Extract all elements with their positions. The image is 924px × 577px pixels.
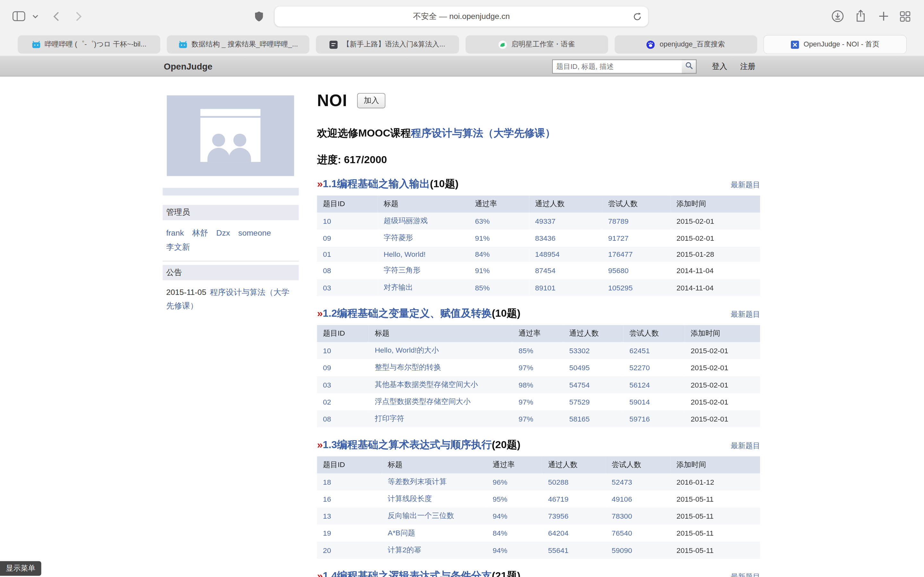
section-title-link[interactable]: 1.3编程基础之算术表达式与顺序执行: [323, 438, 492, 450]
join-button[interactable]: 加入: [357, 93, 386, 108]
cell-problem-id[interactable]: 03: [323, 380, 331, 389]
privacy-shield-icon[interactable]: [254, 11, 263, 22]
cell-pass-count[interactable]: 87454: [535, 266, 556, 275]
login-link[interactable]: 登入: [712, 56, 727, 76]
latest-problems-link[interactable]: 最新题目: [731, 180, 760, 190]
cell-title-link[interactable]: 其他基本数据类型存储空间大小: [375, 380, 478, 389]
share-icon[interactable]: [856, 9, 866, 22]
cell-problem-id[interactable]: 08: [323, 415, 331, 423]
browser-tab-active[interactable]: OpenJudge - NOI - 首页: [764, 35, 906, 53]
cell-title-link[interactable]: 浮点型数据类型存储空间大小: [375, 398, 470, 406]
cell-title-link[interactable]: Hello, World!: [384, 250, 426, 259]
cell-pass-rate[interactable]: 94%: [493, 512, 507, 520]
cell-title-link[interactable]: Hello, World!的大小: [375, 346, 439, 355]
admin-link[interactable]: frank: [166, 226, 184, 239]
tab-overview-icon[interactable]: [900, 11, 911, 22]
browser-tab[interactable]: openjudge_百度搜索: [614, 35, 757, 53]
cell-pass-count[interactable]: 49337: [535, 217, 556, 226]
cell-title-link[interactable]: 计算2的幂: [388, 546, 422, 554]
cell-problem-id[interactable]: 08: [323, 266, 331, 275]
cell-pass-count[interactable]: 57529: [569, 398, 590, 406]
latest-problems-link[interactable]: 最新题目: [731, 309, 760, 319]
cell-pass-count[interactable]: 50495: [569, 364, 590, 372]
browser-tab[interactable]: 启明星工作室・语雀: [465, 35, 608, 53]
cell-pass-count[interactable]: 73956: [548, 512, 569, 520]
cell-problem-id[interactable]: 01: [323, 250, 331, 259]
register-link[interactable]: 注册: [740, 56, 756, 76]
latest-problems-link[interactable]: 最新题目: [731, 441, 760, 451]
browser-tab[interactable]: 【新手上路】语法入门&算法入...: [316, 35, 459, 53]
cell-problem-id[interactable]: 18: [323, 478, 331, 486]
cell-pass-count[interactable]: 64204: [548, 529, 569, 537]
cell-attempt-count[interactable]: 59716: [630, 415, 650, 423]
cell-problem-id[interactable]: 10: [323, 347, 331, 355]
cell-problem-id[interactable]: 20: [323, 546, 331, 554]
cell-title-link[interactable]: 对齐输出: [384, 283, 413, 292]
cell-attempt-count[interactable]: 78300: [612, 512, 632, 520]
cell-problem-id[interactable]: 10: [323, 217, 331, 226]
cell-problem-id[interactable]: 02: [323, 398, 331, 406]
section-title-link[interactable]: 1.1编程基础之输入输出: [323, 178, 430, 190]
cell-pass-rate[interactable]: 96%: [493, 478, 507, 486]
cell-problem-id[interactable]: 09: [323, 364, 331, 372]
cell-title-link[interactable]: A*B问题: [388, 529, 415, 537]
cell-title-link[interactable]: 超级玛丽游戏: [384, 217, 428, 225]
admin-link[interactable]: Dzx: [216, 226, 230, 239]
cell-pass-count[interactable]: 148954: [535, 250, 560, 259]
cell-title-link[interactable]: 字符菱形: [384, 234, 413, 242]
cell-pass-rate[interactable]: 97%: [519, 415, 533, 423]
cell-pass-count[interactable]: 89101: [535, 284, 556, 292]
search-input[interactable]: [552, 60, 685, 74]
cell-pass-rate[interactable]: 84%: [493, 529, 507, 537]
cell-attempt-count[interactable]: 76540: [612, 529, 632, 537]
address-bar[interactable]: 不安全 — noi.openjudge.cn: [275, 6, 648, 26]
admin-link[interactable]: someone: [238, 226, 271, 239]
cell-pass-count[interactable]: 54754: [569, 380, 590, 389]
cell-title-link[interactable]: 反向输出一个三位数: [388, 512, 454, 520]
chevron-down-icon[interactable]: [32, 15, 38, 18]
sidebar-toggle-icon[interactable]: [13, 11, 25, 21]
cell-attempt-count[interactable]: 105295: [608, 284, 633, 292]
cell-pass-rate[interactable]: 85%: [475, 284, 489, 292]
browser-tab[interactable]: 哔哩哔哩 (゜-゜)つロ 干杯~-bil...: [18, 35, 160, 53]
cell-pass-rate[interactable]: 91%: [475, 266, 489, 275]
cell-pass-rate[interactable]: 85%: [519, 347, 533, 355]
cell-pass-rate[interactable]: 97%: [519, 364, 533, 372]
cell-pass-count[interactable]: 83436: [535, 234, 556, 242]
cell-pass-rate[interactable]: 94%: [493, 546, 507, 554]
cell-attempt-count[interactable]: 176477: [608, 250, 633, 259]
cell-pass-rate[interactable]: 98%: [519, 380, 533, 389]
cell-attempt-count[interactable]: 78789: [608, 217, 629, 226]
cell-problem-id[interactable]: 13: [323, 512, 331, 520]
browser-tab[interactable]: 数据结构 _ 搜索结果_哔哩哔哩_...: [167, 35, 310, 53]
cell-pass-rate[interactable]: 91%: [475, 234, 489, 242]
cell-pass-rate[interactable]: 63%: [475, 217, 489, 226]
cell-problem-id[interactable]: 03: [323, 284, 331, 292]
new-tab-icon[interactable]: [879, 11, 889, 21]
cell-attempt-count[interactable]: 56124: [630, 380, 650, 389]
cell-pass-count[interactable]: 55641: [548, 546, 569, 554]
cell-pass-rate[interactable]: 84%: [475, 250, 489, 259]
cell-attempt-count[interactable]: 62451: [630, 347, 650, 355]
downloads-icon[interactable]: [832, 10, 844, 23]
reload-icon[interactable]: [633, 13, 642, 21]
cell-title-link[interactable]: 整型与布尔型的转换: [375, 363, 441, 372]
cell-attempt-count[interactable]: 52473: [612, 478, 632, 486]
cell-problem-id[interactable]: 16: [323, 495, 331, 503]
course-link[interactable]: 程序设计与算法（大学先修课）: [411, 127, 556, 139]
cell-attempt-count[interactable]: 59014: [630, 398, 650, 406]
cell-pass-count[interactable]: 50288: [548, 478, 569, 486]
admin-link[interactable]: 李文新: [166, 240, 190, 253]
cell-title-link[interactable]: 计算线段长度: [388, 495, 432, 503]
cell-title-link[interactable]: 打印字符: [375, 414, 404, 423]
latest-problems-link[interactable]: 最新题目: [731, 572, 760, 577]
cell-pass-count[interactable]: 58165: [569, 415, 590, 423]
cell-pass-count[interactable]: 53302: [569, 347, 590, 355]
admin-link[interactable]: 林舒: [192, 226, 208, 239]
section-title-link[interactable]: 1.4编程基础之逻辑表达式与条件分支: [323, 570, 492, 577]
cell-title-link[interactable]: 字符三角形: [384, 266, 421, 274]
forward-icon[interactable]: [75, 11, 82, 22]
cell-pass-rate[interactable]: 95%: [493, 495, 507, 503]
cell-attempt-count[interactable]: 59090: [612, 546, 632, 554]
cell-pass-count[interactable]: 46719: [548, 495, 569, 503]
